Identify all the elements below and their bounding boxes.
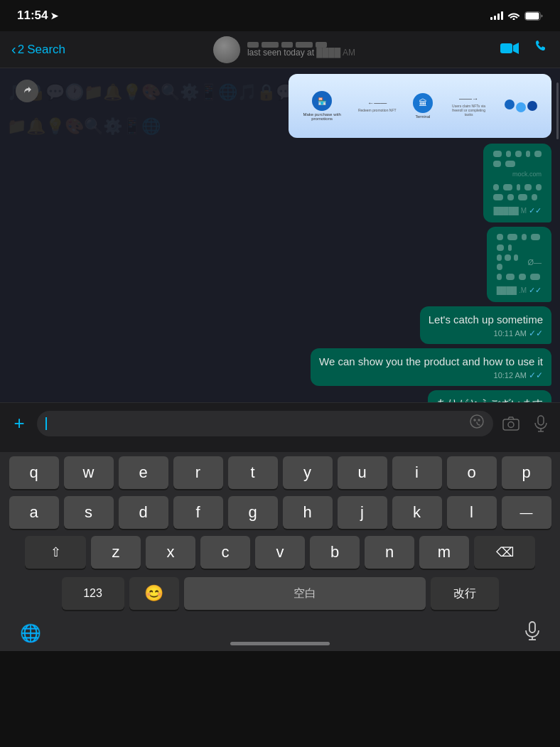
key-d[interactable]: d xyxy=(119,496,168,529)
key-m[interactable]: m xyxy=(419,536,469,569)
keyboard-rows: q w e r t y u i o p a s d f g h j k l — … xyxy=(0,452,560,571)
message-time: 10:12 AM xyxy=(494,371,527,380)
contact-name xyxy=(247,42,355,48)
wifi-icon xyxy=(507,10,520,22)
sticker-button[interactable] xyxy=(469,414,485,433)
share-button[interactable] xyxy=(16,80,38,102)
time-display: 11:54 xyxy=(17,9,48,23)
key-o[interactable]: o xyxy=(447,456,497,489)
key-j[interactable]: j xyxy=(338,496,387,529)
camera-button[interactable] xyxy=(499,412,523,436)
location-arrow-icon: ➤ xyxy=(50,11,58,21)
key-b[interactable]: b xyxy=(310,536,360,569)
contact-info: last seen today at ████ AM xyxy=(68,36,500,63)
message-japanese: ありがとうございます 10:13 AM ✓✓ xyxy=(428,390,551,402)
key-x[interactable]: x xyxy=(146,536,195,569)
contact-status: last seen today at ████ AM xyxy=(247,48,355,58)
svg-point-5 xyxy=(478,419,480,421)
input-bar: + xyxy=(0,402,560,444)
keyboard-row-1: q w e r t y u i o p xyxy=(3,456,557,489)
key-u[interactable]: u xyxy=(338,456,387,489)
message-text: Let's catch up sometime xyxy=(429,312,543,327)
back-count: 2 xyxy=(18,43,24,57)
message-ticks: ✓✓ xyxy=(529,328,543,338)
key-s[interactable]: s xyxy=(64,496,114,529)
blurred-message-2: Ø— ████ .M ✓✓ xyxy=(487,227,551,302)
status-time: 11:54 ➤ xyxy=(17,9,58,23)
key-a[interactable]: a xyxy=(9,496,59,529)
key-w[interactable]: w xyxy=(64,456,114,489)
key-e[interactable]: e xyxy=(119,456,168,489)
scroll-bar[interactable] xyxy=(556,82,559,139)
message-ticks: ✓✓ xyxy=(529,370,543,380)
svg-rect-1 xyxy=(526,12,539,19)
key-i[interactable]: i xyxy=(392,456,442,489)
chat-area: 🎵🔒💬🕐📁🔔💡🎨🔍⚙️📱🌐🎵🔒💬🕐📁🔔💡🎨🔍⚙️📱🌐🎵🔒💬🕐📁🔔💡🎨🔍⚙️📱🌐 … xyxy=(0,68,560,402)
key-r[interactable]: r xyxy=(173,456,223,489)
message-text: We can show you the product and how to u… xyxy=(319,354,543,369)
key-v[interactable]: v xyxy=(255,536,305,569)
image-bubble[interactable]: 🏪 Make purchase with promotions ←—— Rede… xyxy=(289,74,551,138)
search-label: Search xyxy=(27,43,65,57)
key-p[interactable]: p xyxy=(502,456,551,489)
battery-icon xyxy=(524,11,543,21)
back-button[interactable]: ‹ 2 Search xyxy=(11,41,68,58)
status-icons xyxy=(490,10,543,22)
mic-button[interactable] xyxy=(529,412,553,436)
space-key[interactable]: 空白 xyxy=(184,577,426,610)
message-catchup: Let's catch up sometime 10:11 AM ✓✓ xyxy=(420,306,551,344)
key-n[interactable]: n xyxy=(365,536,414,569)
key-z[interactable]: z xyxy=(91,536,141,569)
key-g[interactable]: g xyxy=(228,496,278,529)
svg-point-4 xyxy=(474,419,475,421)
video-call-button[interactable] xyxy=(500,41,519,59)
svg-rect-11 xyxy=(529,622,535,633)
return-key[interactable]: 改行 xyxy=(431,577,499,610)
text-cursor xyxy=(45,417,47,430)
keyboard-bottom-row: 123 😊 空白 改行 xyxy=(0,571,560,616)
keyboard: q w e r t y u i o p a s d f g h j k l — … xyxy=(0,444,560,651)
delete-key[interactable]: ⌫ xyxy=(474,536,535,569)
blurred-message-1: mock.com █████ M ✓✓ xyxy=(483,144,551,222)
key-c[interactable]: c xyxy=(200,536,250,569)
chat-scroll: 🏪 Make purchase with promotions ←—— Rede… xyxy=(9,74,551,402)
svg-rect-2 xyxy=(500,43,512,53)
key-f[interactable]: f xyxy=(173,496,223,529)
emoji-key[interactable]: 😊 xyxy=(129,577,179,610)
status-bar: 11:54 ➤ xyxy=(0,0,560,31)
key-q[interactable]: q xyxy=(9,456,59,489)
key-k[interactable]: k xyxy=(392,496,442,529)
globe-key[interactable]: 🌐 xyxy=(20,623,41,643)
keyboard-spacer xyxy=(0,444,560,452)
svg-rect-8 xyxy=(538,416,544,425)
numbers-key[interactable]: 123 xyxy=(62,577,124,610)
svg-point-7 xyxy=(508,421,514,427)
svg-point-3 xyxy=(470,415,483,428)
nav-actions xyxy=(500,40,549,60)
key-t[interactable]: t xyxy=(228,456,278,489)
key-l[interactable]: l xyxy=(447,496,497,529)
message-time: 10:11 AM xyxy=(494,329,527,338)
key-h[interactable]: h xyxy=(283,496,333,529)
signal-icon xyxy=(490,11,503,20)
message-product: We can show you the product and how to u… xyxy=(311,348,551,386)
message-meta: 10:12 AM ✓✓ xyxy=(319,370,543,380)
home-indicator xyxy=(230,642,330,645)
keyboard-row-2: a s d f g h j k l — xyxy=(3,496,557,529)
phone-button[interactable] xyxy=(533,40,549,60)
avatar[interactable] xyxy=(213,36,240,63)
key-y[interactable]: y xyxy=(283,456,333,489)
shift-key[interactable]: ⇧ xyxy=(25,536,86,569)
contact-name-status: last seen today at ████ AM xyxy=(247,42,355,58)
keyboard-row-3: ⇧ z x c v b n m ⌫ xyxy=(3,536,557,569)
svg-rect-6 xyxy=(503,419,519,430)
message-input-wrap xyxy=(37,411,493,436)
keyboard-bottom-bar: 🌐 xyxy=(0,616,560,651)
key-dash[interactable]: — xyxy=(502,496,551,529)
back-arrow-icon: ‹ xyxy=(11,41,16,58)
message-meta: 10:11 AM ✓✓ xyxy=(429,328,543,338)
attach-button[interactable]: + xyxy=(7,412,31,436)
message-text: ありがとうございます xyxy=(436,396,543,402)
keyboard-mic-button[interactable] xyxy=(524,621,540,645)
nav-header: ‹ 2 Search last seen today at ████ AM xyxy=(0,31,560,68)
